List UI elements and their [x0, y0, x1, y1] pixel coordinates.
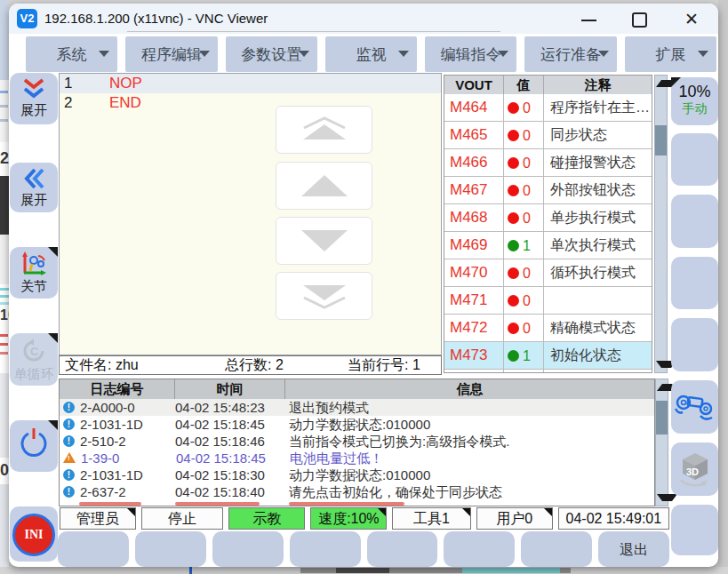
sidebar-button-power[interactable] — [10, 420, 58, 472]
vout-table-header: VOUT 值 注释 — [444, 76, 652, 94]
log-row[interactable]: 2-637-2 04-02 15:18:40 请先点击初始化，确保处于同步状态 — [60, 483, 654, 500]
scrollbar-thumb[interactable] — [655, 125, 667, 155]
signal-value-cell: 0 — [504, 315, 544, 341]
table-row[interactable]: M464 0 程序指针在主… — [444, 94, 652, 122]
signal-value-cell: 0 — [504, 287, 544, 314]
log-id: 2-637-2 — [80, 483, 175, 500]
sidebar-button-joint[interactable]: 关节 — [10, 247, 58, 299]
log-id: 2-1031-1D — [80, 416, 175, 433]
soft-key-button[interactable] — [212, 531, 284, 567]
scroll-down-button[interactable] — [276, 217, 372, 265]
log-scrollbar[interactable] — [655, 379, 668, 506]
menu-item[interactable]: 编辑指令 — [425, 36, 516, 72]
chevron-down-icon — [299, 51, 309, 57]
log-row[interactable]: 2-1031-1D 04-02 15:18:30 动力学数据状态:010000 — [60, 466, 654, 483]
sidebar-button-single-cycle[interactable]: C 单循环 — [10, 333, 58, 386]
menu-item[interactable]: 监视 — [325, 36, 417, 72]
minimize-button[interactable] — [578, 11, 601, 28]
status-label: 04-02 15:49:01 — [566, 511, 662, 526]
signal-id: M464 — [444, 94, 504, 121]
svg-text:3D: 3D — [686, 466, 699, 477]
status-field[interactable]: 管理员 — [60, 507, 136, 530]
status-dot-icon — [508, 267, 519, 279]
log-time: 04-02 15:48:23 — [175, 399, 285, 416]
single-cycle-icon: C — [20, 338, 47, 364]
menu-item-label: 程序编辑 — [141, 46, 202, 63]
double-chevron-left-icon — [21, 167, 46, 190]
table-row[interactable]: M469 1 单次执行模式 — [444, 232, 652, 259]
menu-item[interactable]: 系统 — [26, 36, 117, 72]
vout-table-body: M464 0 程序指针在主… M465 0 同步状态 M466 0 碰撞报警状态… — [444, 94, 652, 373]
vnc-viewer-window: V2 192.168.1.200 (x11vnc) - VNC Viewer ✕… — [9, 4, 718, 567]
soft-key-button[interactable] — [367, 531, 438, 567]
table-row[interactable]: M474 0 反向驱动状态 — [444, 370, 652, 373]
vout-scrollbar[interactable] — [654, 75, 668, 373]
soft-key-button[interactable]: 退出 — [598, 531, 669, 567]
menu-item[interactable]: 运行准备 — [524, 36, 616, 72]
3d-cube-icon: 3D — [676, 450, 715, 489]
3d-view-button[interactable]: 3D — [671, 442, 718, 496]
table-row[interactable]: M466 0 碰撞报警状态 — [444, 149, 652, 177]
scroll-down-arrow-icon[interactable] — [657, 494, 677, 501]
signal-id: M474 — [444, 370, 504, 373]
program-editor[interactable]: 1 NOP 2 END — [59, 73, 442, 355]
status-field[interactable]: 停止 — [141, 507, 223, 530]
signal-value: 0 — [523, 123, 531, 148]
right-sidebar-button-2[interactable] — [671, 133, 718, 186]
table-row[interactable]: M468 0 单步执行模式 — [444, 204, 652, 232]
signal-value-cell: 0 — [504, 259, 544, 286]
menu-item[interactable]: 程序编辑 — [125, 36, 217, 72]
sidebar-button-expand-2[interactable]: 展开 — [10, 163, 58, 212]
right-sidebar-button-8[interactable] — [671, 505, 718, 555]
scroll-top-button[interactable] — [276, 106, 372, 154]
program-line[interactable]: 1 NOP — [60, 74, 441, 93]
log-message: 退出预约模式 — [285, 399, 654, 416]
sidebar-button-ini[interactable]: INI — [10, 506, 58, 562]
log-row[interactable]: 2-1031-1D 04-02 15:18:45 动力学数据状态:010000 — [60, 416, 654, 433]
table-row[interactable]: M465 0 同步状态 — [444, 122, 652, 149]
maximize-button[interactable] — [628, 11, 652, 28]
log-row[interactable]: 2-510-2 04-02 15:18:46 当前指令模式已切换为:高级指令模式… — [60, 433, 654, 450]
status-field[interactable]: 工具1 — [392, 507, 470, 530]
status-field[interactable]: 示教 — [228, 507, 305, 530]
signal-value: 1 — [523, 233, 531, 259]
speed-value: 10% — [671, 83, 718, 101]
table-row[interactable]: M472 0 精确模式状态 — [444, 315, 652, 342]
power-icon — [18, 425, 50, 460]
right-sidebar-button-3[interactable] — [671, 195, 718, 248]
sidebar-button-expand-1[interactable]: 展开 — [10, 73, 58, 124]
status-field[interactable]: 速度:10% — [310, 507, 387, 530]
soft-key-button[interactable] — [58, 531, 129, 567]
table-row[interactable]: M467 0 外部按钮状态 — [444, 177, 652, 204]
close-button[interactable]: ✕ — [680, 11, 703, 28]
mode-label: 手动 — [671, 101, 718, 117]
table-row[interactable]: M473 1 初始化状态 — [444, 342, 652, 370]
signal-comment: 精确模式状态 — [544, 315, 652, 341]
scroll-bottom-button[interactable] — [276, 272, 372, 320]
soft-key-button[interactable] — [135, 531, 206, 567]
status-field[interactable]: 用户0 — [476, 507, 553, 530]
signal-value: 0 — [523, 95, 531, 121]
status-field[interactable]: 04-02 15:49:01 — [558, 507, 669, 530]
scrollbar-thumb[interactable] — [656, 401, 668, 434]
log-row[interactable]: 1-39-0 04-02 15:18:45 电池电量过低！ — [60, 450, 654, 466]
right-sidebar-button-5[interactable] — [671, 318, 718, 371]
soft-key-button[interactable] — [290, 531, 361, 567]
table-row[interactable]: M471 0 — [444, 287, 652, 315]
menu-item[interactable]: 扩展 — [625, 36, 716, 72]
title-bar[interactable]: V2 192.168.1.200 (x11vnc) - VNC Viewer ✕ — [9, 4, 718, 34]
soft-key-button[interactable] — [521, 531, 592, 567]
column-header: 时间 — [175, 379, 285, 399]
signal-value: 0 — [523, 288, 531, 314]
right-sidebar-button-4[interactable] — [671, 257, 718, 309]
program-line[interactable]: 2 END — [60, 93, 441, 113]
table-row[interactable]: M470 0 循环执行模式 — [444, 259, 652, 287]
menu-item[interactable]: 参数设置 — [226, 36, 317, 72]
hand-guide-button[interactable] — [671, 380, 718, 434]
log-row[interactable]: 2-A000-0 04-02 15:48:23 退出预约模式 — [60, 399, 654, 416]
signal-value-cell: 0 — [504, 177, 544, 203]
scroll-up-button[interactable] — [276, 162, 372, 210]
soft-key-button[interactable] — [444, 531, 515, 567]
log-message: 电池电量过低！ — [286, 450, 654, 466]
speed-mode-button[interactable]: 10% 手动 — [671, 77, 718, 125]
